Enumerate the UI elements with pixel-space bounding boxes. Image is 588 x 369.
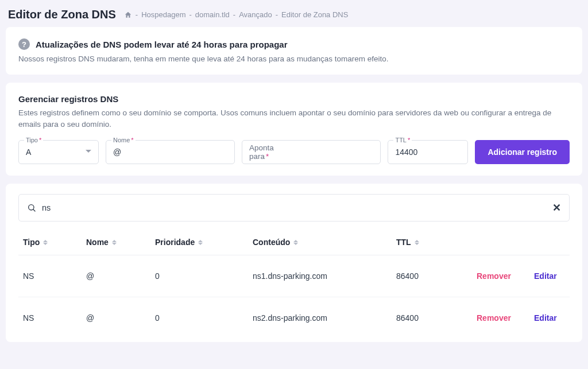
info-title: Atualizações de DNS podem levar até 24 h…	[36, 40, 288, 49]
sort-icon	[415, 240, 419, 245]
manage-card: Gerenciar registros DNS Estes registros …	[6, 83, 582, 176]
remove-link[interactable]: Remover	[477, 271, 511, 281]
name-input[interactable]	[113, 147, 227, 157]
cell-nome: @	[82, 255, 150, 297]
ttl-input[interactable]	[395, 147, 461, 157]
points-to-label: Aponta para*	[249, 143, 282, 161]
manage-desc: Estes registros definem como o seu domín…	[18, 107, 570, 131]
type-select[interactable]: A	[18, 140, 99, 164]
breadcrumb-item[interactable]: Avançado	[239, 10, 272, 19]
edit-link[interactable]: Editar	[534, 313, 557, 323]
breadcrumb-sep: -	[189, 10, 191, 19]
breadcrumb-item[interactable]: domain.tld	[195, 10, 230, 19]
sort-icon	[43, 240, 48, 245]
breadcrumb-sep: -	[136, 10, 138, 19]
col-header-nome[interactable]: Nome	[82, 232, 150, 255]
points-to-input-wrap[interactable]: Aponta para*	[242, 140, 381, 164]
add-record-button[interactable]: Adicionar registro	[475, 140, 570, 164]
info-card: ? Atualizações de DNS podem levar até 24…	[6, 27, 582, 75]
question-icon: ?	[18, 38, 30, 50]
edit-link[interactable]: Editar	[534, 271, 557, 281]
name-label: Nome*	[111, 137, 136, 143]
search-input[interactable]	[42, 203, 552, 212]
cell-ttl: 86400	[392, 255, 472, 297]
manage-title: Gerenciar registros DNS	[18, 94, 570, 104]
table-row: NS @ 0 ns2.dns-parking.com 86400 Remover…	[18, 297, 570, 339]
cell-conteudo: ns2.dns-parking.com	[248, 297, 392, 339]
search-wrap[interactable]: ✕	[18, 194, 570, 222]
type-label: Tipo*	[24, 137, 43, 143]
col-header-prioridade[interactable]: Prioridade	[150, 232, 248, 255]
chevron-down-icon	[86, 150, 91, 156]
breadcrumb-item: Editor de Zona DNS	[281, 10, 348, 19]
dns-table: Tipo Nome Prioridade Conteúdo TTL NS @ 0…	[18, 232, 570, 339]
cell-ttl: 86400	[392, 297, 472, 339]
ttl-input-wrap[interactable]	[388, 140, 468, 164]
col-header-tipo[interactable]: Tipo	[18, 232, 82, 255]
svg-line-1	[33, 209, 35, 211]
name-input-wrap[interactable]	[106, 140, 235, 164]
breadcrumb-sep: -	[276, 10, 278, 19]
sort-icon	[293, 240, 298, 245]
cell-tipo: NS	[18, 297, 82, 339]
cell-tipo: NS	[18, 255, 82, 297]
sort-icon	[198, 240, 203, 245]
cell-conteudo: ns1.dns-parking.com	[248, 255, 392, 297]
close-icon[interactable]: ✕	[552, 201, 561, 214]
type-value: A	[26, 147, 31, 157]
page-title: Editor de Zona DNS	[8, 8, 116, 21]
records-card: ✕ Tipo Nome Prioridade Conteúdo TTL NS @	[6, 184, 582, 342]
points-to-input[interactable]	[287, 147, 374, 157]
cell-prioridade: 0	[150, 255, 248, 297]
search-icon	[27, 203, 36, 212]
col-header-conteudo[interactable]: Conteúdo	[248, 232, 392, 255]
ttl-label: TTL*	[393, 137, 412, 143]
sort-icon	[112, 240, 117, 245]
breadcrumb-sep: -	[233, 10, 235, 19]
remove-link[interactable]: Remover	[477, 313, 511, 323]
breadcrumb-item[interactable]: Hospedagem	[141, 10, 185, 19]
cell-prioridade: 0	[150, 297, 248, 339]
info-body: Nossos registros DNS mudaram, tenha em m…	[18, 55, 570, 63]
cell-nome: @	[82, 297, 150, 339]
col-header-ttl[interactable]: TTL	[392, 232, 472, 255]
breadcrumb: - Hospedagem - domain.tld - Avançado - E…	[124, 10, 349, 19]
home-icon[interactable]	[124, 11, 132, 19]
table-row: NS @ 0 ns1.dns-parking.com 86400 Remover…	[18, 255, 570, 297]
